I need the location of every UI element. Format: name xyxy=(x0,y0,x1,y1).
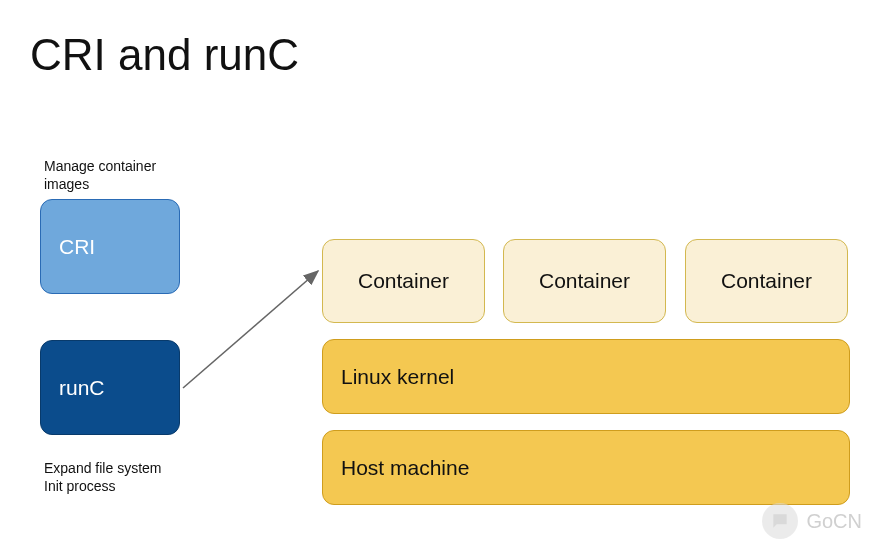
container-box-2: Container xyxy=(503,239,666,323)
host-label: Host machine xyxy=(341,456,469,480)
kernel-label: Linux kernel xyxy=(341,365,454,389)
diagram-title: CRI and runC xyxy=(30,30,299,80)
cri-caption: Manage containerimages xyxy=(44,158,156,193)
runc-box: runC xyxy=(40,340,180,435)
container-label-2: Container xyxy=(539,269,630,293)
svg-line-1 xyxy=(183,271,318,388)
container-label-3: Container xyxy=(721,269,812,293)
container-box-1: Container xyxy=(322,239,485,323)
arrow-runc-to-container xyxy=(180,258,325,393)
linux-kernel-box: Linux kernel xyxy=(322,339,850,414)
cri-box: CRI xyxy=(40,199,180,294)
chat-bubble-icon xyxy=(762,503,798,539)
host-machine-box: Host machine xyxy=(322,430,850,505)
runc-caption: Expand file systemInit process xyxy=(44,460,162,495)
container-label-1: Container xyxy=(358,269,449,293)
runc-label: runC xyxy=(59,376,105,400)
container-box-3: Container xyxy=(685,239,848,323)
watermark: GoCN xyxy=(762,503,862,539)
watermark-label: GoCN xyxy=(806,510,862,533)
cri-label: CRI xyxy=(59,235,95,259)
